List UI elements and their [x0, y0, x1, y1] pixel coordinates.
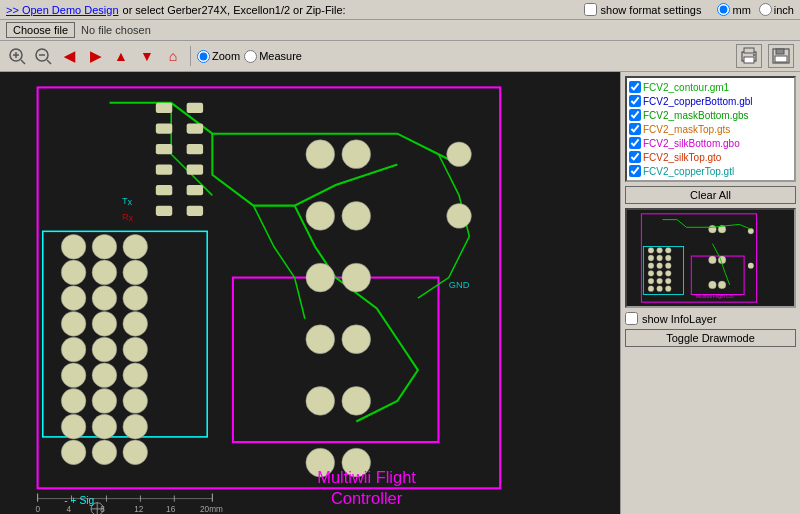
- file-list-item-contour[interactable]: FCV2_contour.gm1: [629, 80, 792, 94]
- inch-radio[interactable]: [759, 3, 772, 16]
- svg-point-98: [648, 247, 654, 253]
- file-label-maskbottom: FCV2_maskBottom.gbs: [643, 110, 749, 121]
- save-icon[interactable]: [768, 44, 794, 68]
- svg-point-46: [342, 140, 371, 169]
- zoom-measure-group: Zoom Measure: [197, 50, 302, 63]
- file-list-item-silktop[interactable]: FCV2_silkTop.gto: [629, 150, 792, 164]
- svg-text:Multiwii Flight Ctrl: Multiwii Flight Ctrl: [696, 294, 733, 299]
- svg-point-107: [657, 270, 663, 276]
- format-settings-check[interactable]: show format settings: [584, 3, 702, 16]
- svg-point-48: [342, 202, 371, 231]
- topbar-middle: or select Gerber274X, Excellon1/2 or Zip…: [123, 4, 346, 16]
- svg-point-101: [648, 270, 654, 276]
- toolbar-divider-1: [190, 46, 191, 66]
- svg-point-99: [648, 255, 654, 261]
- clear-all-button[interactable]: Clear All: [625, 186, 796, 204]
- open-demo-link[interactable]: >> Open Demo Design: [6, 4, 119, 16]
- magnify-plus-icon[interactable]: [6, 45, 28, 67]
- file-checkbox-silkbottom[interactable]: [629, 137, 641, 149]
- svg-text:GND: GND: [449, 280, 470, 290]
- file-list-item-copperbottom[interactable]: FCV2_copperBottom.gbl: [629, 94, 792, 108]
- svg-point-39: [123, 363, 148, 388]
- svg-point-118: [709, 256, 717, 264]
- svg-point-28: [92, 286, 117, 311]
- mm-radio-label[interactable]: mm: [717, 3, 750, 16]
- svg-point-103: [648, 286, 654, 292]
- file-label-contour: FCV2_contour.gm1: [643, 82, 729, 93]
- svg-point-34: [123, 234, 148, 259]
- svg-point-108: [657, 278, 663, 284]
- mm-radio[interactable]: [717, 3, 730, 16]
- file-checkbox-masktop[interactable]: [629, 123, 641, 135]
- file-list-item-masktop[interactable]: FCV2_maskTop.gts: [629, 122, 792, 136]
- file-label-silkbottom: FCV2_silkBottom.gbo: [643, 138, 740, 149]
- file-checkbox-coppertop[interactable]: [629, 165, 641, 177]
- print-icon[interactable]: [736, 44, 762, 68]
- file-list-box: FCV2_contour.gm1FCV2_copperBottom.gblFCV…: [625, 76, 796, 182]
- svg-point-41: [123, 414, 148, 439]
- arrow-down-icon[interactable]: ▼: [136, 45, 158, 67]
- svg-rect-65: [187, 103, 203, 113]
- svg-point-18: [61, 234, 86, 259]
- svg-point-26: [92, 234, 117, 259]
- toolbar: ◀ ▶ ▲ ▼ ⌂ Zoom Measure: [0, 41, 800, 72]
- svg-text:16: 16: [166, 505, 176, 514]
- svg-point-102: [648, 278, 654, 284]
- svg-rect-63: [156, 185, 172, 195]
- choose-file-button[interactable]: Choose file: [6, 22, 75, 38]
- svg-point-25: [61, 414, 86, 439]
- thumbnail-box: Multiwii Flight Ctrl: [625, 208, 796, 308]
- svg-point-124: [748, 263, 754, 269]
- unit-radio-group: mm inch: [717, 3, 794, 16]
- svg-point-37: [123, 312, 148, 337]
- file-checkbox-maskbottom[interactable]: [629, 109, 641, 121]
- file-list-item-maskbottom[interactable]: FCV2_maskBottom.gbs: [629, 108, 792, 122]
- file-checkbox-silktop[interactable]: [629, 151, 641, 163]
- svg-point-53: [306, 387, 335, 416]
- svg-point-109: [657, 286, 663, 292]
- svg-point-112: [665, 263, 671, 269]
- file-checkbox-contour[interactable]: [629, 81, 641, 93]
- svg-text:Tx: Tx: [122, 196, 133, 207]
- svg-point-42: [61, 440, 86, 465]
- svg-text:0: 0: [36, 505, 41, 514]
- file-checkbox-copperbottom[interactable]: [629, 95, 641, 107]
- zoom-radio[interactable]: [197, 50, 210, 63]
- svg-point-32: [92, 389, 117, 414]
- svg-point-120: [709, 281, 717, 289]
- svg-point-113: [665, 270, 671, 276]
- format-settings-checkbox[interactable]: [584, 3, 597, 16]
- file-list-item-silkbottom[interactable]: FCV2_silkBottom.gbo: [629, 136, 792, 150]
- file-list-item-coppertop[interactable]: FCV2_copperTop.gtl: [629, 164, 792, 178]
- toggle-drawmode-button[interactable]: Toggle Drawmode: [625, 329, 796, 347]
- file-label-silktop: FCV2_silkTop.gto: [643, 152, 721, 163]
- info-layer-row: show InfoLayer: [625, 312, 796, 325]
- svg-text:20mm: 20mm: [200, 505, 223, 514]
- svg-text:4: 4: [66, 505, 71, 514]
- pcb-canvas[interactable]: Multiwii Flight Controller Tx Rx GND - +…: [0, 72, 620, 514]
- zoom-radio-label[interactable]: Zoom: [197, 50, 240, 63]
- svg-point-106: [657, 263, 663, 269]
- svg-point-52: [342, 325, 371, 354]
- svg-point-45: [306, 140, 335, 169]
- measure-radio-label[interactable]: Measure: [244, 50, 302, 63]
- svg-point-43: [92, 440, 117, 465]
- svg-point-49: [306, 263, 335, 292]
- arrow-right-icon[interactable]: ▶: [84, 45, 106, 67]
- svg-rect-66: [187, 123, 203, 133]
- inch-radio-label[interactable]: inch: [759, 3, 794, 16]
- svg-rect-68: [187, 165, 203, 175]
- show-infolayer-label: show InfoLayer: [642, 313, 717, 325]
- measure-radio[interactable]: [244, 50, 257, 63]
- home-icon[interactable]: ⌂: [162, 45, 184, 67]
- show-infolayer-checkbox[interactable]: [625, 312, 638, 325]
- svg-rect-69: [187, 185, 203, 195]
- svg-point-23: [61, 363, 86, 388]
- main-content: Multiwii Flight Controller Tx Rx GND - +…: [0, 72, 800, 514]
- magnify-minus-icon[interactable]: [32, 45, 54, 67]
- svg-point-44: [123, 440, 148, 465]
- arrow-up-icon[interactable]: ▲: [110, 45, 132, 67]
- svg-point-10: [753, 54, 755, 56]
- arrow-left-icon[interactable]: ◀: [58, 45, 80, 67]
- file-list: FCV2_contour.gm1FCV2_copperBottom.gblFCV…: [629, 80, 792, 178]
